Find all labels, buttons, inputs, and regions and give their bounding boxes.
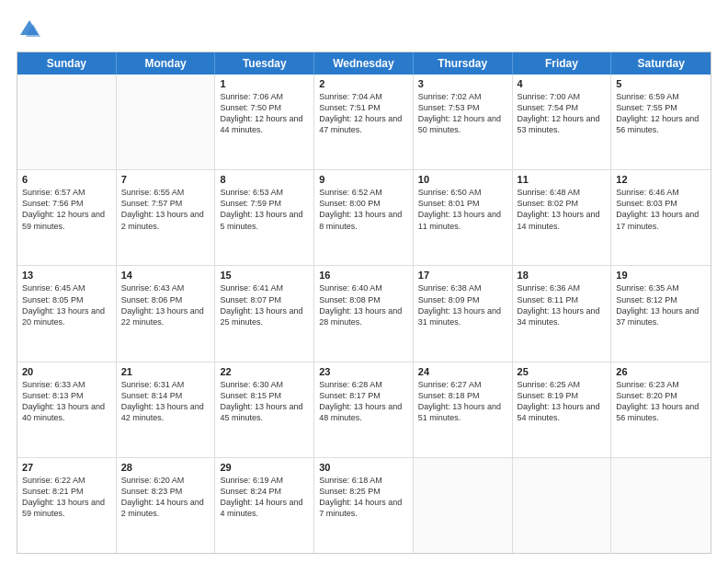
day-number: 17: [418, 270, 507, 281]
cell-info: Sunrise: 6:48 AMSunset: 8:02 PMDaylight:…: [518, 187, 607, 232]
day-number: 8: [220, 174, 309, 185]
cell-info: Sunrise: 6:35 AMSunset: 8:12 PMDaylight:…: [616, 282, 706, 327]
day-number: 22: [220, 366, 309, 377]
calendar-row: 20Sunrise: 6:33 AMSunset: 8:13 PMDayligh…: [17, 362, 711, 458]
calendar-day-header: Wednesday: [314, 52, 414, 75]
calendar-cell: 18Sunrise: 6:36 AMSunset: 8:11 PMDayligh…: [513, 266, 612, 361]
calendar-cell: 8Sunrise: 6:53 AMSunset: 7:59 PMDaylight…: [215, 170, 314, 265]
calendar-cell: 26Sunrise: 6:23 AMSunset: 8:20 PMDayligh…: [611, 362, 711, 457]
calendar-cell: 28Sunrise: 6:20 AMSunset: 8:23 PMDayligh…: [117, 458, 216, 553]
calendar-row: 6Sunrise: 6:57 AMSunset: 7:56 PMDaylight…: [17, 170, 711, 266]
calendar-cell: 25Sunrise: 6:25 AMSunset: 8:19 PMDayligh…: [513, 362, 612, 457]
cell-info: Sunrise: 6:52 AMSunset: 8:00 PMDaylight:…: [319, 187, 408, 232]
calendar-cell: 11Sunrise: 6:48 AMSunset: 8:02 PMDayligh…: [513, 170, 612, 265]
cell-info: Sunrise: 6:43 AMSunset: 8:06 PMDaylight:…: [121, 282, 210, 327]
cell-info: Sunrise: 6:41 AMSunset: 8:07 PMDaylight:…: [220, 282, 309, 327]
day-number: 3: [418, 78, 507, 89]
calendar-cell: 3Sunrise: 7:02 AMSunset: 7:53 PMDaylight…: [414, 75, 513, 169]
calendar-day-header: Thursday: [414, 52, 513, 75]
cell-info: Sunrise: 6:22 AMSunset: 8:21 PMDaylight:…: [22, 475, 111, 520]
cell-info: Sunrise: 6:59 AMSunset: 7:55 PMDaylight:…: [616, 91, 706, 136]
cell-info: Sunrise: 6:46 AMSunset: 8:03 PMDaylight:…: [616, 187, 706, 232]
header: [17, 17, 711, 42]
calendar-day-header: Saturday: [611, 52, 711, 75]
day-number: 27: [22, 462, 111, 473]
cell-info: Sunrise: 6:27 AMSunset: 8:18 PMDaylight:…: [418, 379, 507, 424]
calendar-cell: 22Sunrise: 6:30 AMSunset: 8:15 PMDayligh…: [215, 362, 314, 457]
day-number: 19: [616, 270, 706, 281]
day-number: 20: [22, 366, 111, 377]
day-number: 9: [319, 174, 408, 185]
calendar: SundayMondayTuesdayWednesdayThursdayFrid…: [17, 52, 711, 554]
calendar-cell: 27Sunrise: 6:22 AMSunset: 8:21 PMDayligh…: [17, 458, 117, 553]
day-number: 26: [616, 366, 706, 377]
calendar-cell: 30Sunrise: 6:18 AMSunset: 8:25 PMDayligh…: [314, 458, 414, 553]
calendar-cell: 6Sunrise: 6:57 AMSunset: 7:56 PMDaylight…: [17, 170, 117, 265]
calendar-day-header: Monday: [117, 52, 216, 75]
cell-info: Sunrise: 6:30 AMSunset: 8:15 PMDaylight:…: [220, 379, 309, 424]
calendar-cell: 17Sunrise: 6:38 AMSunset: 8:09 PMDayligh…: [414, 266, 513, 361]
day-number: 25: [518, 366, 607, 377]
cell-info: Sunrise: 6:53 AMSunset: 7:59 PMDaylight:…: [220, 187, 309, 232]
cell-info: Sunrise: 7:06 AMSunset: 7:50 PMDaylight:…: [220, 91, 309, 136]
calendar-cell: 12Sunrise: 6:46 AMSunset: 8:03 PMDayligh…: [611, 170, 711, 265]
day-number: 5: [616, 78, 706, 89]
calendar-cell: [414, 458, 513, 553]
calendar-cell: 20Sunrise: 6:33 AMSunset: 8:13 PMDayligh…: [17, 362, 117, 457]
day-number: 11: [518, 174, 607, 185]
cell-info: Sunrise: 6:31 AMSunset: 8:14 PMDaylight:…: [121, 379, 210, 424]
calendar-cell: [611, 458, 711, 553]
day-number: 7: [121, 174, 210, 185]
day-number: 18: [518, 270, 607, 281]
cell-info: Sunrise: 6:23 AMSunset: 8:20 PMDaylight:…: [616, 379, 706, 424]
cell-info: Sunrise: 6:36 AMSunset: 8:11 PMDaylight:…: [518, 282, 607, 327]
cell-info: Sunrise: 6:33 AMSunset: 8:13 PMDaylight:…: [22, 379, 111, 424]
day-number: 6: [22, 174, 111, 185]
cell-info: Sunrise: 6:50 AMSunset: 8:01 PMDaylight:…: [418, 187, 507, 232]
cell-info: Sunrise: 6:40 AMSunset: 8:08 PMDaylight:…: [319, 282, 408, 327]
cell-info: Sunrise: 6:18 AMSunset: 8:25 PMDaylight:…: [319, 475, 408, 520]
calendar-cell: 16Sunrise: 6:40 AMSunset: 8:08 PMDayligh…: [314, 266, 414, 361]
calendar-cell: 1Sunrise: 7:06 AMSunset: 7:50 PMDaylight…: [215, 75, 314, 169]
cell-info: Sunrise: 6:19 AMSunset: 8:24 PMDaylight:…: [220, 475, 309, 520]
calendar-cell: 19Sunrise: 6:35 AMSunset: 8:12 PMDayligh…: [611, 266, 711, 361]
calendar-body: 1Sunrise: 7:06 AMSunset: 7:50 PMDaylight…: [17, 75, 711, 553]
calendar-cell: 9Sunrise: 6:52 AMSunset: 8:00 PMDaylight…: [314, 170, 414, 265]
calendar-cell: [513, 458, 612, 553]
calendar-header: SundayMondayTuesdayWednesdayThursdayFrid…: [17, 52, 711, 75]
day-number: 10: [418, 174, 507, 185]
calendar-cell: 24Sunrise: 6:27 AMSunset: 8:18 PMDayligh…: [414, 362, 513, 457]
cell-info: Sunrise: 7:02 AMSunset: 7:53 PMDaylight:…: [418, 91, 507, 136]
page: SundayMondayTuesdayWednesdayThursdayFrid…: [0, 0, 728, 563]
day-number: 29: [220, 462, 309, 473]
day-number: 15: [220, 270, 309, 281]
cell-info: Sunrise: 6:38 AMSunset: 8:09 PMDaylight:…: [418, 282, 507, 327]
cell-info: Sunrise: 6:45 AMSunset: 8:05 PMDaylight:…: [22, 282, 111, 327]
day-number: 30: [319, 462, 408, 473]
calendar-day-header: Sunday: [17, 52, 117, 75]
day-number: 24: [418, 366, 507, 377]
day-number: 28: [121, 462, 210, 473]
day-number: 14: [121, 270, 210, 281]
cell-info: Sunrise: 6:28 AMSunset: 8:17 PMDaylight:…: [319, 379, 408, 424]
calendar-cell: 13Sunrise: 6:45 AMSunset: 8:05 PMDayligh…: [17, 266, 117, 361]
calendar-cell: 29Sunrise: 6:19 AMSunset: 8:24 PMDayligh…: [215, 458, 314, 553]
calendar-day-header: Friday: [513, 52, 612, 75]
logo-icon: [17, 17, 42, 42]
calendar-cell: 4Sunrise: 7:00 AMSunset: 7:54 PMDaylight…: [513, 75, 612, 169]
cell-info: Sunrise: 7:04 AMSunset: 7:51 PMDaylight:…: [319, 91, 408, 136]
calendar-row: 1Sunrise: 7:06 AMSunset: 7:50 PMDaylight…: [17, 75, 711, 170]
calendar-cell: 10Sunrise: 6:50 AMSunset: 8:01 PMDayligh…: [414, 170, 513, 265]
calendar-cell: 15Sunrise: 6:41 AMSunset: 8:07 PMDayligh…: [215, 266, 314, 361]
cell-info: Sunrise: 6:20 AMSunset: 8:23 PMDaylight:…: [121, 475, 210, 520]
day-number: 23: [319, 366, 408, 377]
calendar-cell: 7Sunrise: 6:55 AMSunset: 7:57 PMDaylight…: [117, 170, 216, 265]
day-number: 13: [22, 270, 111, 281]
day-number: 21: [121, 366, 210, 377]
day-number: 4: [518, 78, 607, 89]
calendar-day-header: Tuesday: [215, 52, 314, 75]
calendar-cell: 2Sunrise: 7:04 AMSunset: 7:51 PMDaylight…: [314, 75, 414, 169]
calendar-cell: 23Sunrise: 6:28 AMSunset: 8:17 PMDayligh…: [314, 362, 414, 457]
calendar-cell: 5Sunrise: 6:59 AMSunset: 7:55 PMDaylight…: [611, 75, 711, 169]
calendar-cell: [117, 75, 216, 169]
